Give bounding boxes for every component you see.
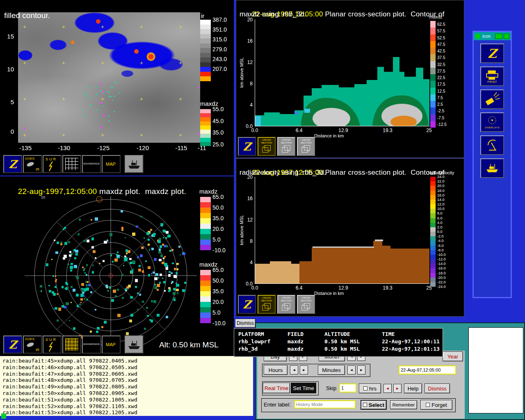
minutes-increment[interactable]: ► — [357, 365, 365, 374]
surface-button[interactable]: SUR — [43, 155, 62, 173]
ship-button[interactable] — [480, 158, 504, 178]
dismiss-button[interactable]: Dismiss — [235, 319, 256, 328]
icon-panel-titlebar[interactable]: icon — [474, 32, 511, 40]
hrs-button[interactable]: hrs — [359, 383, 381, 393]
xsect-maxdz-plot[interactable] — [255, 19, 429, 126]
latlon-grid-cross: + — [179, 24, 182, 30]
real-time-button[interactable]: Real Time — [263, 383, 290, 393]
minutes-decrement[interactable]: ◄ — [347, 365, 356, 374]
cross-section-button-1[interactable]: CROSS SECTION — [258, 137, 276, 156]
remember-button[interactable]: Remember — [390, 400, 417, 409]
skip-field[interactable] — [339, 383, 356, 393]
label-field[interactable] — [294, 400, 356, 409]
table-cell: rhb_lowprf — [238, 338, 288, 345]
colorbar-tick: 65.0 — [212, 194, 224, 200]
radar-overlay-dot — [101, 84, 102, 84]
colorbar-tick: 2.0 — [437, 225, 443, 229]
radar-button[interactable] — [480, 135, 504, 155]
print-button[interactable]: PRINT — [480, 66, 504, 86]
set-time-button[interactable]: Set Time — [291, 383, 316, 393]
goes-ir-button[interactable]: GOES IR — [23, 336, 42, 354]
overlays-button[interactable]: OVERLAYS — [480, 112, 504, 132]
soundings-button[interactable]: SOUNDINGS — [82, 155, 101, 173]
skip-forward-button[interactable]: ► — [393, 384, 402, 393]
colorbar-tick: 62.5 — [437, 22, 445, 27]
zebra-logo-button[interactable]: Z — [480, 43, 504, 63]
x-axis-tick: 6.4 — [291, 285, 307, 291]
zebra-logo-button[interactable]: Z — [3, 155, 22, 173]
radar-overlay-dot — [83, 92, 84, 94]
cross-section-button-1[interactable]: CROSS SECTION — [258, 295, 276, 314]
zebra-logo-icon: Z — [488, 46, 497, 61]
grid-button[interactable] — [62, 336, 81, 354]
colorbar-tick: 20.0 — [212, 299, 224, 305]
soundings-button[interactable]: SOUNDINGS — [82, 336, 101, 354]
latlon-grid-cross: + — [179, 96, 182, 102]
surface-button[interactable]: SUR — [43, 336, 62, 354]
latlon-grid-cross: + — [101, 60, 104, 66]
colorbar-tick: 52.5 — [437, 35, 445, 40]
grid-button[interactable] — [62, 155, 81, 173]
cross-section-button-3[interactable]: CROSS SECTION — [297, 295, 315, 314]
spray-button[interactable] — [480, 89, 504, 109]
hours-decrement[interactable]: ◄ — [290, 365, 298, 374]
cross-section-label: CROSS SECTION — [298, 297, 314, 302]
terminal-line: rain:beaufait:52>xdump.all 970822.1105.x… — [2, 403, 251, 410]
goes-ir-button[interactable]: GOES IR — [23, 155, 42, 173]
y-axis-tick: 16 — [240, 38, 253, 44]
colorbar-tick: -7.5 — [437, 115, 444, 120]
ship-button[interactable] — [125, 155, 144, 173]
platform-marker-icon: ▲ — [99, 100, 103, 105]
range-rings[interactable] — [8, 189, 213, 346]
year-button[interactable]: Year — [443, 352, 463, 361]
cube-icon — [300, 302, 312, 311]
cross-section-button-2[interactable]: CROSS SECTION — [277, 137, 295, 156]
satellite-icon — [26, 342, 34, 348]
map-button[interactable]: MAP — [102, 336, 121, 354]
radar-overlay-dot — [112, 100, 114, 101]
radar-overlay-dot — [103, 93, 104, 94]
titlebar-menu-icon[interactable] — [475, 34, 480, 39]
terminal-line: rain:beaufait:49>xdump.all 970822.0805.x… — [2, 383, 251, 390]
datetime-field[interactable] — [399, 365, 456, 374]
titlebar-iconify-icon[interactable] — [495, 34, 502, 39]
dismiss-button[interactable]: Dismiss — [425, 383, 450, 393]
minutes-button[interactable]: Minutes — [318, 365, 345, 375]
table-cell: maxdz — [288, 346, 324, 352]
colorbar-tick: 315.0 — [212, 36, 227, 43]
zebra-logo-button[interactable]: Z — [238, 295, 256, 314]
radar-overlay-dot — [114, 111, 115, 112]
lightning-icon — [48, 342, 56, 352]
radar-overlay-dot — [109, 120, 110, 121]
map-button[interactable]: MAP — [102, 155, 121, 173]
xsect-radial-plot[interactable] — [255, 177, 429, 284]
x-axis-label: Distance in km — [314, 133, 344, 138]
satellite-image[interactable]: ++++++++++++++++++++▲▲▲▲▲▲▲▲ — [18, 12, 200, 143]
cube-icon — [261, 144, 272, 153]
ir-colorbar: 387.0351.0315.0279.0243.0207.0 — [200, 20, 211, 81]
hours-increment[interactable]: ► — [300, 365, 308, 374]
zebra-logo-button[interactable]: Z — [238, 137, 256, 156]
colorbar-tick: 243.0 — [212, 56, 227, 62]
help-button[interactable]: Help — [404, 383, 422, 393]
zebra-logo-button[interactable]: Z — [3, 336, 22, 354]
lightning-icon — [48, 162, 56, 171]
radar-overlay-dot — [98, 108, 99, 109]
colorbar-tick: -16.0 — [437, 266, 446, 270]
select-button[interactable]: Select — [361, 400, 387, 410]
cross-section-button-2[interactable]: CROSS SECTION — [277, 295, 295, 314]
forget-button[interactable]: Forget — [420, 400, 452, 410]
skip-back-button[interactable]: ◄ — [383, 384, 392, 393]
xterm-window[interactable]: rain:beaufait:45>xdump.all 970822.0405.x… — [0, 356, 253, 416]
colorbar-tick: -12.0 — [437, 257, 446, 261]
titlebar-zoom-icon[interactable] — [504, 34, 509, 39]
hours-button[interactable]: Hours — [264, 365, 288, 375]
ir-colorbar-label: ir — [201, 12, 204, 19]
colorbar-tick: 17.5 — [437, 82, 445, 87]
terminal-line: rain:beaufait:47>xdump.all 970822.0605.x… — [2, 371, 251, 377]
colorbar-tick: 42.5 — [437, 49, 445, 53]
x-axis-tick: 19.3 — [379, 128, 396, 133]
cross-section-button-3[interactable]: CROSS SECTION — [297, 137, 315, 156]
ship-button[interactable] — [125, 336, 144, 354]
select-label: Select — [369, 402, 384, 408]
